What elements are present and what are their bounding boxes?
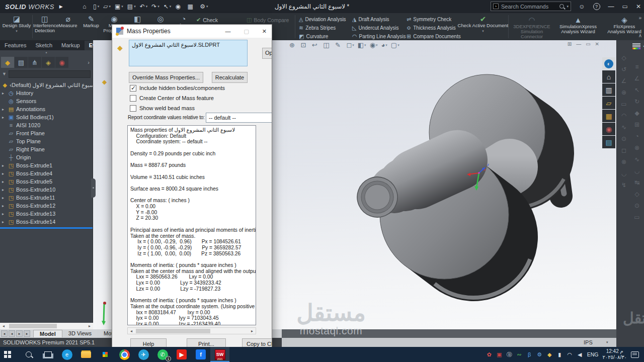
checkbox[interactable] xyxy=(130,85,136,92)
toolbar-icon[interactable]: ◠ xyxy=(621,112,626,119)
view-orientation-icon[interactable]: ◻ ▾ xyxy=(347,41,354,49)
expander-icon[interactable]: ▸ xyxy=(2,179,6,184)
search-commands-box[interactable]: › Search Commands ▾ xyxy=(491,2,571,11)
compare-documents-button[interactable]: ⊞Compare Documents xyxy=(407,32,456,40)
dialog-title-bar[interactable]: Mass Properties — ▢ ✕ xyxy=(112,25,272,38)
tree-item-solid-bodies[interactable]: ▸ ▣ Solid Bodies(1) xyxy=(0,113,93,121)
toolbar-icon[interactable]: ↹ xyxy=(634,179,639,186)
start-button[interactable] xyxy=(0,347,19,362)
volume-tray-icon[interactable]: ◀ xyxy=(577,351,583,358)
undercut-analysis-button[interactable]: ◺Undercut Analysis xyxy=(352,24,406,32)
toolbar-icon[interactable]: ↯ xyxy=(621,182,626,189)
notification-center-icon[interactable] xyxy=(631,351,639,358)
search-caret-icon[interactable]: ▾ xyxy=(567,5,569,9)
zebra-stripes-button[interactable]: ≋Zebra Stripes xyxy=(299,24,350,32)
curvature-button[interactable]: ◩Curvature xyxy=(299,32,350,40)
appearance-swatch-icon[interactable]: ▾ xyxy=(632,43,641,50)
search-icon[interactable] xyxy=(559,4,564,9)
edge-icon[interactable]: e xyxy=(57,347,76,362)
checkbox[interactable] xyxy=(130,105,136,112)
expander-icon[interactable]: ▸ xyxy=(2,220,6,224)
display-style-icon[interactable]: ◧ ▾ xyxy=(358,41,366,49)
search-input[interactable]: Search Commands xyxy=(501,4,557,10)
section-view-icon[interactable]: ◫ ▾ xyxy=(323,41,332,49)
expander-icon[interactable]: ▸ xyxy=(2,212,6,216)
select-icon[interactable]: ↖ ▾ xyxy=(162,3,173,11)
toolbar-icon[interactable]: ⊙ xyxy=(634,202,639,209)
scroll-left-icon[interactable]: ◂ xyxy=(0,324,7,328)
edit-appearance-icon[interactable]: ◕ ▾ xyxy=(381,41,387,49)
toolbar-icon[interactable]: ◇ xyxy=(621,54,626,61)
tree-item-boss-extrude13[interactable]: ▸ ◳ Boss-Extrude13 xyxy=(0,210,93,218)
tree-item-boss-extrude12[interactable]: ▸ ◳ Boss-Extrude12 xyxy=(0,202,93,210)
draft-analysis-button[interactable]: ◮Draft Analysis xyxy=(352,15,406,23)
measure-button[interactable]: ⌀ Measure xyxy=(56,15,79,33)
scrollbar-thumb[interactable] xyxy=(136,329,210,333)
rollback-bar[interactable] xyxy=(0,227,93,229)
tree-item-sensors[interactable]: ▸ ◎ Sensors xyxy=(0,97,93,105)
tab-features[interactable]: Features xyxy=(0,41,31,50)
viewport-minimize-icon[interactable]: — xyxy=(576,41,581,47)
toolbar-icon[interactable]: ⊕ xyxy=(621,89,626,96)
tab-sketch[interactable]: Sketch xyxy=(31,41,57,50)
dropdown-caret-icon[interactable]: ▾ xyxy=(170,5,172,9)
task-view-button[interactable] xyxy=(38,347,57,362)
units-selector[interactable]: IPS xyxy=(584,338,593,347)
scrollbar-thumb[interactable] xyxy=(9,324,57,328)
options-button[interactable]: Opt xyxy=(262,48,272,59)
expander-icon[interactable]: ▸ xyxy=(2,115,6,120)
design-study-button[interactable]: ◪ Design Study ▾ xyxy=(1,15,32,34)
tree-filter-input[interactable] xyxy=(9,70,91,78)
settings-tray-icon[interactable]: ⚙ xyxy=(536,351,543,358)
tab-3d-views[interactable]: 3D Views xyxy=(62,330,98,337)
toolbar-icon[interactable]: ⊞ xyxy=(634,121,639,128)
tree-item-boss-extrude5[interactable]: ▸ ◳ Boss-Extrude5 xyxy=(0,177,93,186)
viewport-menu-icon[interactable]: ⊞ xyxy=(568,41,572,47)
toolbar-icon[interactable]: ∠ xyxy=(621,77,627,84)
tree-root-item[interactable]: ◆ ‹Default) لاسبوع الثاني المشروع الاول xyxy=(0,81,93,89)
body-compare-button[interactable]: ◫ Body Compare xyxy=(247,16,301,24)
toolbar-icon[interactable]: ▭ xyxy=(634,214,639,221)
file-explorer-icon[interactable] xyxy=(76,347,96,362)
tree-item-top-plane[interactable]: ▸ ▱ Top Plane xyxy=(0,137,93,145)
tree-item-boss-extrude10[interactable]: ▸ ◳ Boss-Extrude10 xyxy=(0,186,93,194)
toolbar-icon[interactable]: ≡ xyxy=(635,63,638,70)
expander-icon[interactable]: ▸ xyxy=(2,196,6,200)
previous-view-icon[interactable]: ↩ ▾ xyxy=(312,41,319,49)
last-tab-nav-button[interactable]: ▸ xyxy=(24,330,30,337)
recalculate-button[interactable]: Recalculate xyxy=(212,72,248,83)
zoom-to-fit-icon[interactable]: ⊕ ▾ xyxy=(289,41,297,49)
tree-item-boss-extrude1[interactable]: ▸ ◳ Boss-Extrude1 xyxy=(0,161,93,169)
whatsapp-icon[interactable]: ✆ 1 xyxy=(153,347,172,362)
save-icon[interactable]: ▣ ▾ xyxy=(113,3,125,11)
driver-utility-tray-icon[interactable]: ∾ xyxy=(516,351,523,358)
new-document-icon[interactable]: ▯ ▾ xyxy=(92,3,101,11)
annotation-icon[interactable]: ✎ ▾ xyxy=(335,41,343,49)
viewport-close-icon[interactable]: ✕ xyxy=(595,41,599,47)
tree-item-annotations[interactable]: ▸ ▤ Annotations xyxy=(0,105,93,113)
youtube-icon[interactable]: ▶ xyxy=(172,347,191,362)
symmetry-check-button[interactable]: ⇌Symmetry Check xyxy=(407,15,456,23)
file-properties-icon[interactable]: ▦ ▾ xyxy=(186,3,197,11)
expander-icon[interactable]: ▸ xyxy=(2,163,6,168)
toolbar-icon[interactable]: ⊗ xyxy=(634,144,639,151)
design-library-pane-icon[interactable]: ▥ xyxy=(602,83,615,96)
toolbar-icon[interactable]: ⊙ xyxy=(621,135,626,142)
dropdown-caret-icon[interactable]: ▾ xyxy=(157,5,159,9)
tree-item-boss-extrude14[interactable]: ▸ ◳ Boss-Extrude14 xyxy=(0,218,93,226)
audio-app-tray-icon[interactable]: Ⓑ xyxy=(506,351,513,358)
toolbar-icon[interactable]: ∿ xyxy=(634,156,639,163)
dropdown-caret-icon[interactable]: ▾ xyxy=(206,5,208,9)
tree-item-material-aisi-1020[interactable]: ▸ ≡ AISI 1020 xyxy=(0,121,93,129)
selected-items-field[interactable]: لاسبوع الثاني المشروع الاول.SLDPRT xyxy=(129,40,248,66)
power-tray-icon[interactable]: ▮ xyxy=(556,351,563,358)
toolbar-icon[interactable]: ◡ xyxy=(634,167,639,174)
featuremanager-tab-icon[interactable]: ◆ xyxy=(1,57,14,68)
language-indicator[interactable]: ENG xyxy=(587,351,599,357)
clock[interactable]: 12:42 م ٢٠٢٥/٠٨/٣٠ xyxy=(602,348,627,360)
create-center-of-mass-checkbox[interactable]: Create Center of Mass feature xyxy=(130,94,214,102)
tab-model[interactable]: Model xyxy=(33,330,62,337)
backup-tray-icon[interactable]: ▣ xyxy=(496,351,503,358)
markup-button[interactable]: ✎ Markup xyxy=(79,15,103,33)
brand-arrow-icon[interactable]: ▶ xyxy=(59,4,63,9)
